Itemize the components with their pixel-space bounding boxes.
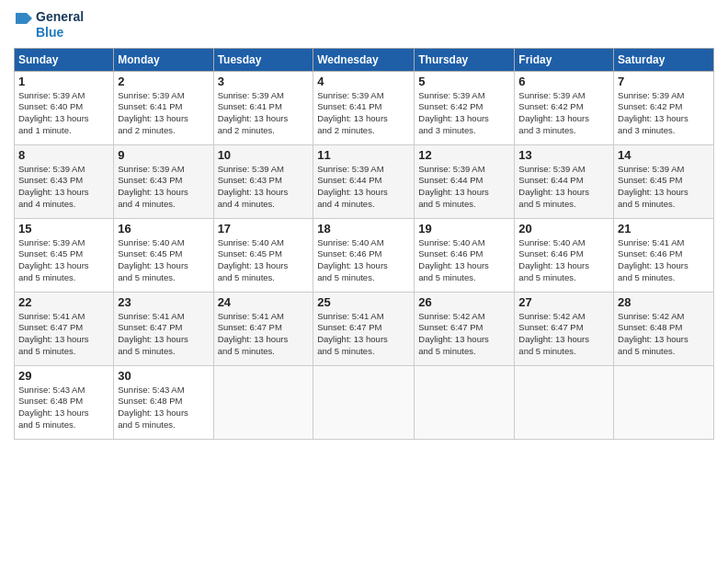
day-info: Sunrise: 5:39 AM Sunset: 6:43 PM Dayligh…: [218, 164, 310, 211]
header-row: SundayMondayTuesdayWednesdayThursdayFrid…: [15, 48, 714, 71]
day-info: Sunrise: 5:39 AM Sunset: 6:42 PM Dayligh…: [518, 90, 609, 137]
day-info: Sunrise: 5:42 AM Sunset: 6:47 PM Dayligh…: [418, 311, 510, 358]
day-cell: 30Sunrise: 5:43 AM Sunset: 6:48 PM Dayli…: [114, 365, 213, 439]
day-info: Sunrise: 5:39 AM Sunset: 6:44 PM Dayligh…: [317, 164, 410, 211]
day-cell: 6Sunrise: 5:39 AM Sunset: 6:42 PM Daylig…: [515, 71, 614, 144]
day-info: Sunrise: 5:41 AM Sunset: 6:47 PM Dayligh…: [118, 311, 209, 358]
day-number: 14: [618, 148, 710, 162]
day-number: 29: [18, 369, 109, 383]
logo-arrow-icon: [14, 9, 32, 37]
day-info: Sunrise: 5:40 AM Sunset: 6:46 PM Dayligh…: [418, 237, 510, 284]
day-cell: 12Sunrise: 5:39 AM Sunset: 6:44 PM Dayli…: [415, 144, 515, 218]
day-info: Sunrise: 5:39 AM Sunset: 6:43 PM Dayligh…: [18, 164, 109, 211]
logo: General Blue: [14, 9, 84, 40]
day-info: Sunrise: 5:39 AM Sunset: 6:43 PM Dayligh…: [118, 164, 209, 211]
week-row-5: 29Sunrise: 5:43 AM Sunset: 6:48 PM Dayli…: [15, 365, 714, 439]
day-cell: 29Sunrise: 5:43 AM Sunset: 6:48 PM Dayli…: [15, 365, 114, 439]
day-number: 12: [418, 148, 510, 162]
day-number: 15: [18, 222, 109, 236]
day-cell: [415, 365, 515, 439]
day-cell: 21Sunrise: 5:41 AM Sunset: 6:46 PM Dayli…: [614, 218, 714, 292]
day-cell: [515, 365, 614, 439]
logo-general: General: [36, 9, 84, 25]
day-info: Sunrise: 5:41 AM Sunset: 6:46 PM Dayligh…: [618, 237, 710, 284]
day-number: 30: [118, 369, 209, 383]
day-number: 16: [118, 222, 209, 236]
day-number: 7: [618, 75, 710, 88]
day-info: Sunrise: 5:40 AM Sunset: 6:46 PM Dayligh…: [317, 237, 410, 284]
col-header-tuesday: Tuesday: [213, 48, 313, 71]
day-cell: 24Sunrise: 5:41 AM Sunset: 6:47 PM Dayli…: [213, 292, 313, 365]
day-info: Sunrise: 5:39 AM Sunset: 6:44 PM Dayligh…: [518, 164, 609, 211]
page-container: General Blue SundayMondayTuesdayWednesda…: [0, 0, 728, 449]
day-number: 22: [18, 295, 109, 309]
week-row-2: 8Sunrise: 5:39 AM Sunset: 6:43 PM Daylig…: [15, 144, 714, 218]
day-cell: 10Sunrise: 5:39 AM Sunset: 6:43 PM Dayli…: [213, 144, 313, 218]
day-info: Sunrise: 5:39 AM Sunset: 6:45 PM Dayligh…: [618, 164, 710, 211]
day-number: 4: [317, 75, 410, 88]
day-cell: 28Sunrise: 5:42 AM Sunset: 6:48 PM Dayli…: [614, 292, 714, 365]
day-info: Sunrise: 5:40 AM Sunset: 6:46 PM Dayligh…: [518, 237, 609, 284]
day-number: 27: [518, 295, 609, 309]
day-info: Sunrise: 5:39 AM Sunset: 6:45 PM Dayligh…: [18, 237, 109, 284]
day-cell: 17Sunrise: 5:40 AM Sunset: 6:45 PM Dayli…: [213, 218, 313, 292]
week-row-3: 15Sunrise: 5:39 AM Sunset: 6:45 PM Dayli…: [15, 218, 714, 292]
col-header-monday: Monday: [114, 48, 213, 71]
day-number: 20: [518, 222, 609, 236]
day-info: Sunrise: 5:39 AM Sunset: 6:40 PM Dayligh…: [18, 90, 109, 137]
col-header-thursday: Thursday: [415, 48, 515, 71]
svg-marker-0: [16, 13, 32, 24]
day-number: 6: [518, 75, 609, 88]
day-info: Sunrise: 5:41 AM Sunset: 6:47 PM Dayligh…: [317, 311, 410, 358]
day-cell: 7Sunrise: 5:39 AM Sunset: 6:42 PM Daylig…: [614, 71, 714, 144]
day-number: 28: [618, 295, 710, 309]
day-number: 3: [218, 75, 310, 88]
day-info: Sunrise: 5:39 AM Sunset: 6:44 PM Dayligh…: [418, 164, 510, 211]
day-info: Sunrise: 5:43 AM Sunset: 6:48 PM Dayligh…: [18, 385, 109, 431]
day-cell: 18Sunrise: 5:40 AM Sunset: 6:46 PM Dayli…: [313, 218, 415, 292]
day-number: 2: [118, 75, 209, 88]
day-info: Sunrise: 5:41 AM Sunset: 6:47 PM Dayligh…: [218, 311, 310, 358]
day-info: Sunrise: 5:40 AM Sunset: 6:45 PM Dayligh…: [218, 237, 310, 284]
day-number: 10: [218, 148, 310, 162]
day-info: Sunrise: 5:39 AM Sunset: 6:42 PM Dayligh…: [418, 90, 510, 137]
day-cell: 20Sunrise: 5:40 AM Sunset: 6:46 PM Dayli…: [515, 218, 614, 292]
week-row-4: 22Sunrise: 5:41 AM Sunset: 6:47 PM Dayli…: [15, 292, 714, 365]
day-info: Sunrise: 5:43 AM Sunset: 6:48 PM Dayligh…: [118, 385, 209, 431]
day-number: 26: [418, 295, 510, 309]
day-info: Sunrise: 5:42 AM Sunset: 6:48 PM Dayligh…: [618, 311, 710, 358]
day-number: 8: [18, 148, 109, 162]
day-number: 19: [418, 222, 510, 236]
day-number: 24: [218, 295, 310, 309]
day-number: 5: [418, 75, 510, 88]
col-header-friday: Friday: [515, 48, 614, 71]
day-number: 9: [118, 148, 209, 162]
calendar-table: SundayMondayTuesdayWednesdayThursdayFrid…: [14, 48, 714, 440]
day-info: Sunrise: 5:39 AM Sunset: 6:41 PM Dayligh…: [218, 90, 310, 137]
day-cell: 23Sunrise: 5:41 AM Sunset: 6:47 PM Dayli…: [114, 292, 213, 365]
day-cell: 3Sunrise: 5:39 AM Sunset: 6:41 PM Daylig…: [213, 71, 313, 144]
day-cell: 15Sunrise: 5:39 AM Sunset: 6:45 PM Dayli…: [15, 218, 114, 292]
day-cell: 5Sunrise: 5:39 AM Sunset: 6:42 PM Daylig…: [415, 71, 515, 144]
day-info: Sunrise: 5:39 AM Sunset: 6:42 PM Dayligh…: [618, 90, 710, 137]
day-number: 21: [618, 222, 710, 236]
day-cell: 22Sunrise: 5:41 AM Sunset: 6:47 PM Dayli…: [15, 292, 114, 365]
day-cell: [614, 365, 714, 439]
header-area: General Blue: [14, 9, 714, 40]
day-cell: 25Sunrise: 5:41 AM Sunset: 6:47 PM Dayli…: [313, 292, 415, 365]
day-cell: 14Sunrise: 5:39 AM Sunset: 6:45 PM Dayli…: [614, 144, 714, 218]
day-cell: 13Sunrise: 5:39 AM Sunset: 6:44 PM Dayli…: [515, 144, 614, 218]
day-cell: 2Sunrise: 5:39 AM Sunset: 6:41 PM Daylig…: [114, 71, 213, 144]
day-info: Sunrise: 5:41 AM Sunset: 6:47 PM Dayligh…: [18, 311, 109, 358]
day-cell: 26Sunrise: 5:42 AM Sunset: 6:47 PM Dayli…: [415, 292, 515, 365]
day-cell: [313, 365, 415, 439]
day-cell: 27Sunrise: 5:42 AM Sunset: 6:47 PM Dayli…: [515, 292, 614, 365]
day-cell: 4Sunrise: 5:39 AM Sunset: 6:41 PM Daylig…: [313, 71, 415, 144]
day-info: Sunrise: 5:39 AM Sunset: 6:41 PM Dayligh…: [317, 90, 410, 137]
day-cell: 11Sunrise: 5:39 AM Sunset: 6:44 PM Dayli…: [313, 144, 415, 218]
day-info: Sunrise: 5:39 AM Sunset: 6:41 PM Dayligh…: [118, 90, 209, 137]
logo-blue: Blue: [36, 25, 84, 40]
col-header-saturday: Saturday: [614, 48, 714, 71]
day-cell: 16Sunrise: 5:40 AM Sunset: 6:45 PM Dayli…: [114, 218, 213, 292]
day-number: 13: [518, 148, 609, 162]
